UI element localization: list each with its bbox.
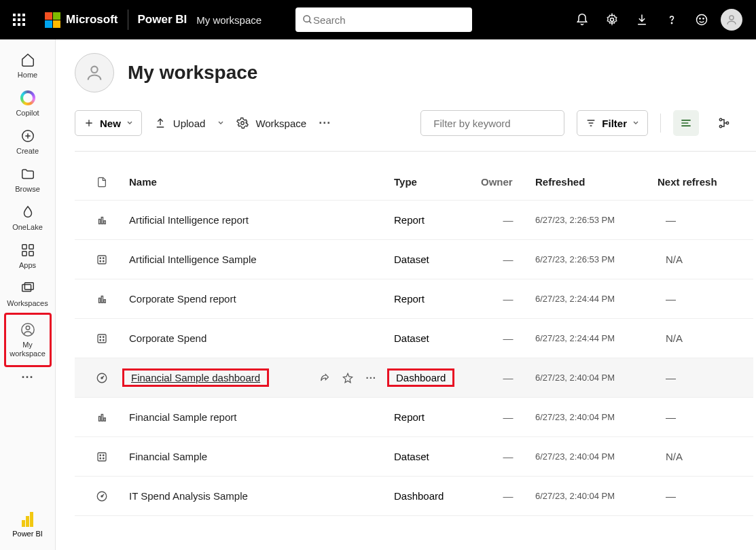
content-table: Name Type Owner Refreshed Next refresh A…	[75, 164, 756, 516]
filter-input[interactable]	[433, 118, 562, 129]
filter-icon	[586, 118, 596, 128]
filter-keyword[interactable]	[420, 110, 564, 136]
workspace-settings-button[interactable]: Workspace	[236, 117, 306, 129]
toolbar: New Upload Workspace ··· Filter	[75, 110, 756, 136]
row-refreshed: 6/27/23, 2:40:04 PM	[535, 373, 658, 383]
row-type-cell: Dashboard	[394, 490, 481, 502]
row-refreshed: 6/27/23, 2:40:04 PM	[535, 451, 658, 462]
download-button[interactable]	[628, 6, 655, 33]
lineage-view-button[interactable]	[711, 110, 737, 136]
lineage-icon	[717, 116, 731, 130]
search-input[interactable]	[313, 14, 465, 26]
svg-point-41	[101, 377, 103, 378]
row-more-button[interactable]: ···	[365, 372, 376, 383]
list-icon	[679, 116, 693, 130]
svg-point-28	[100, 258, 101, 259]
upload-label: Upload	[173, 118, 206, 129]
row-name[interactable]: Financial Sample dashboard	[122, 368, 269, 387]
breadcrumb[interactable]: My workspace	[196, 14, 262, 26]
table-row[interactable]: Corporate Spend report···Report—6/27/23,…	[75, 279, 753, 319]
new-button[interactable]: New	[75, 110, 142, 136]
nav-apps[interactable]: Apps	[4, 237, 52, 275]
table-row[interactable]: Financial Sample dashboard···Dashboard—6…	[75, 358, 753, 398]
header-type[interactable]: Type	[394, 176, 481, 188]
row-name[interactable]: IT Spend Analysis Sample	[129, 490, 248, 502]
nav-my-workspace-label: My workspace	[6, 341, 50, 358]
feedback-button[interactable]	[688, 6, 715, 33]
nav-create[interactable]: Create	[4, 122, 52, 160]
nav-more-button[interactable]: ···	[14, 367, 41, 388]
header-icon[interactable]	[75, 176, 129, 188]
row-name[interactable]: Financial Sample report	[129, 411, 236, 423]
microsoft-logo[interactable]: Microsoft	[45, 12, 118, 28]
row-name[interactable]: Corporate Spend report	[129, 293, 236, 305]
list-view-button[interactable]	[673, 110, 699, 136]
svg-point-16	[26, 326, 30, 330]
svg-rect-12	[29, 252, 33, 256]
row-icon	[75, 214, 129, 226]
plus-icon	[84, 118, 94, 128]
nav-browse[interactable]: Browse	[4, 160, 52, 199]
nav-onelake[interactable]: OneLake	[4, 199, 52, 237]
table-row[interactable]: IT Spend Analysis Sample···Dashboard—6/2…	[75, 477, 753, 516]
table-row[interactable]: Financial Sample···Dataset—6/27/23, 2:40…	[75, 437, 753, 477]
help-button[interactable]	[658, 6, 685, 33]
product-label[interactable]: Power BI	[138, 13, 187, 27]
header-name[interactable]: Name	[129, 176, 394, 188]
svg-point-51	[101, 495, 103, 496]
favorite-button[interactable]	[342, 373, 353, 383]
row-refreshed: 6/27/23, 2:26:53 PM	[535, 215, 658, 225]
app-launcher-button[interactable]	[5, 6, 33, 33]
row-name[interactable]: Corporate Spend	[129, 332, 206, 344]
nav-copilot[interactable]: Copilot	[4, 84, 52, 122]
apps-icon	[20, 242, 36, 258]
table-row[interactable]: Corporate Spend···Dataset—6/27/23, 2:24:…	[75, 319, 753, 358]
svg-point-2	[611, 18, 614, 22]
nav-apps-label: Apps	[19, 261, 36, 269]
account-button[interactable]	[718, 6, 745, 33]
home-icon	[20, 52, 36, 68]
table-row[interactable]: Artificial Intelligence Sample···Dataset…	[75, 240, 753, 279]
row-refreshed: 6/27/23, 2:40:04 PM	[535, 412, 658, 422]
download-icon	[635, 13, 649, 27]
svg-point-38	[100, 339, 101, 341]
global-search[interactable]	[295, 7, 472, 32]
nav-workspaces[interactable]: Workspaces	[4, 275, 52, 313]
browse-icon	[20, 166, 36, 182]
nav-my-workspace[interactable]: My workspace	[4, 313, 52, 367]
table-row[interactable]: Financial Sample report···Report—6/27/23…	[75, 398, 753, 437]
table-row[interactable]: Artificial Intelligence report···Report—…	[75, 201, 753, 240]
nav-powerbi[interactable]: Power BI	[4, 505, 52, 550]
svg-rect-32	[99, 298, 101, 303]
row-name[interactable]: Artificial Intelligence Sample	[129, 254, 257, 265]
svg-point-30	[100, 260, 101, 262]
row-name[interactable]: Artificial Intelligence report	[129, 214, 249, 226]
header-owner[interactable]: Owner	[481, 176, 535, 188]
share-button[interactable]	[319, 373, 330, 383]
nav-home[interactable]: Home	[4, 46, 52, 84]
svg-point-17	[91, 67, 97, 73]
toolbar-more-button[interactable]: ···	[319, 116, 331, 131]
row-owner: —	[481, 411, 535, 423]
workspace-settings-label: Workspace	[255, 118, 306, 129]
row-owner: —	[481, 293, 535, 305]
svg-rect-10	[29, 245, 33, 249]
file-icon	[96, 176, 107, 188]
filter-button[interactable]: Filter	[577, 110, 648, 136]
header-next[interactable]: Next refresh	[658, 176, 739, 188]
row-icon	[75, 451, 129, 463]
svg-rect-26	[104, 220, 105, 224]
header-refreshed[interactable]: Refreshed	[535, 176, 658, 188]
settings-button[interactable]	[598, 6, 626, 33]
row-type-cell: Dataset	[394, 451, 481, 462]
left-nav: Home Copilot Create Browse OneLake Apps …	[0, 39, 56, 550]
notifications-button[interactable]	[569, 6, 596, 33]
svg-point-6	[703, 18, 704, 19]
upload-button[interactable]: Upload	[154, 117, 225, 129]
svg-point-4	[697, 15, 707, 25]
filter-label: Filter	[602, 118, 627, 129]
workspace-avatar	[75, 53, 114, 92]
row-type-cell: Dataset	[394, 332, 481, 344]
svg-line-1	[309, 21, 311, 23]
row-name[interactable]: Financial Sample	[129, 451, 207, 462]
